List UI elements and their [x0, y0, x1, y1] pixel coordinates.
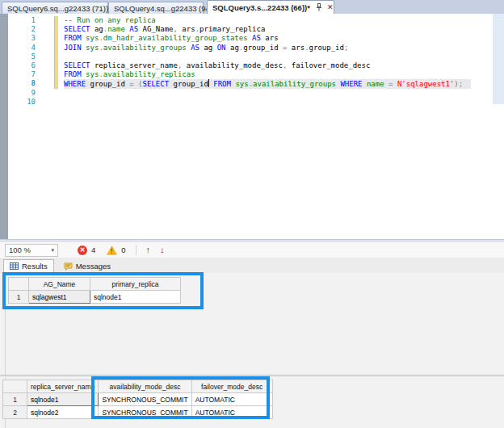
- line-number[interactable]: 3: [0, 34, 36, 43]
- code-area[interactable]: 1-- Run on any replica2SELECT ag.name AS…: [0, 16, 493, 107]
- grid-cell[interactable]: SYNCHRONOUS_COMMIT: [99, 406, 191, 419]
- change-tracking-bar: [54, 89, 57, 98]
- code-line-2[interactable]: 2SELECT ag.name AS AG_Name, ars.primary_…: [0, 25, 493, 34]
- tab-sqlquery3-active[interactable]: SQLQuery3.s...22433 (66))* ✕: [207, 0, 334, 14]
- code-text[interactable]: FROM sys.availability_replicas: [64, 70, 195, 79]
- tab-sqlquery6[interactable]: SQLQuery6.sq...g22433 (71))*: [2, 2, 108, 14]
- results-grid-icon: [10, 262, 19, 270]
- pin-icon[interactable]: [316, 3, 322, 11]
- line-number[interactable]: 6: [0, 61, 36, 70]
- grid-cell[interactable]: AUTOMATIC: [191, 406, 272, 419]
- tab-sqlquery4[interactable]: SQLQuery4.sq...g22433 (94))*: [108, 2, 204, 14]
- results-grid-1: AG_Nameprimary_replica1sqlagwest1sqlnode…: [8, 277, 181, 304]
- tab-label: SQLQuery6.sq...g22433 (71))*: [7, 4, 111, 13]
- code-line-7[interactable]: 7FROM sys.availability_replicas: [0, 70, 493, 79]
- code-text[interactable]: WHERE group_id = (SELECT group_id FROM s…: [64, 79, 471, 88]
- query-status-bar: 100 % ▾ ✕ 4 0 ↑ ↓: [0, 242, 504, 258]
- code-text[interactable]: SELECT replica_server_name, availability…: [64, 61, 370, 70]
- grid-cell[interactable]: AUTOMATIC: [191, 393, 272, 406]
- grid-column-header[interactable]: AG_Name: [29, 278, 90, 291]
- zoom-level-value: 100 %: [9, 245, 31, 254]
- navigate-down-icon[interactable]: ↓: [160, 245, 165, 254]
- document-tab-bar: SQLQuery6.sq...g22433 (71))* SQLQuery4.s…: [0, 0, 504, 15]
- grid-row-header[interactable]: 1: [9, 291, 29, 304]
- change-tracking-bar: [54, 34, 58, 43]
- grid-column-header[interactable]: failover_mode_desc: [191, 380, 272, 393]
- line-number[interactable]: 5: [0, 52, 36, 61]
- code-line-3[interactable]: 3FROM sys.dm_hadr_availability_group_sta…: [0, 34, 493, 43]
- change-tracking-bar: [54, 25, 58, 34]
- line-number[interactable]: 1: [0, 16, 36, 25]
- code-line-8[interactable]: 8WHERE group_id = (SELECT group_id FROM …: [0, 79, 493, 88]
- code-text[interactable]: JOIN sys.availability_groups AS ag ON ag…: [64, 44, 348, 52]
- change-tracking-bar: [54, 61, 58, 70]
- line-number[interactable]: 7: [0, 70, 36, 79]
- tab-label: SQLQuery4.sq...g22433 (94))*: [114, 4, 218, 13]
- tab-messages-label: Messages: [76, 262, 111, 271]
- tab-messages[interactable]: Messages: [57, 259, 117, 273]
- grid-column-header[interactable]: replica_server_name: [27, 380, 99, 393]
- results-divider[interactable]: [0, 375, 504, 377]
- grid-cell[interactable]: sqlnode1: [90, 291, 181, 304]
- line-number[interactable]: 9: [0, 89, 36, 98]
- code-line-1[interactable]: 1-- Run on any replica: [0, 16, 493, 25]
- results-tab-strip: Results Messages: [0, 258, 504, 273]
- change-tracking-bar: [54, 98, 57, 107]
- grid-column-header[interactable]: primary_replica: [90, 278, 181, 291]
- grid-cell[interactable]: sqlnode2: [27, 406, 99, 419]
- code-line-9[interactable]: 9: [0, 89, 493, 98]
- results-grid-2: replica_server_nameavailability_mode_des…: [2, 380, 273, 419]
- grid-cell[interactable]: sqlnode1: [27, 393, 99, 406]
- tab-results-label: Results: [22, 262, 48, 271]
- error-count: 4: [91, 245, 95, 254]
- zoom-level-select[interactable]: 100 % ▾: [5, 244, 58, 257]
- change-tracking-bar: [54, 44, 58, 52]
- grid-header-row: AG_Nameprimary_replica: [9, 278, 181, 291]
- grid-row: 1sqlnode1SYNCHRONOUS_COMMITAUTOMATIC: [3, 393, 273, 406]
- separator: [136, 245, 136, 255]
- warning-icon[interactable]: [107, 245, 117, 255]
- line-number[interactable]: 4: [0, 44, 36, 52]
- change-tracking-bar: [54, 16, 58, 25]
- editor-scrollbar[interactable]: [493, 14, 504, 104]
- code-line-10[interactable]: 10: [0, 98, 493, 107]
- code-text[interactable]: FROM sys.dm_hadr_availability_group_stat…: [64, 34, 279, 43]
- error-icon[interactable]: ✕: [78, 245, 87, 255]
- code-line-6[interactable]: 6SELECT replica_server_name, availabilit…: [0, 61, 493, 70]
- grid-header-row: replica_server_nameavailability_mode_des…: [3, 380, 273, 393]
- line-number[interactable]: 10: [0, 98, 36, 107]
- grid-row: 1sqlagwest1sqlnode1: [9, 291, 181, 304]
- tab-label: SQLQuery3.s...22433 (66))*: [212, 3, 310, 12]
- navigate-up-icon[interactable]: ↑: [146, 245, 151, 254]
- line-number[interactable]: 8: [0, 79, 36, 88]
- code-line-4[interactable]: 4JOIN sys.availability_groups AS ag ON a…: [0, 44, 493, 52]
- code-text[interactable]: -- Run on any replica: [64, 16, 156, 25]
- grid-corner[interactable]: [9, 278, 29, 291]
- grid-row-header[interactable]: 2: [3, 406, 27, 419]
- grid-row: 2sqlnode2SYNCHRONOUS_COMMITAUTOMATIC: [3, 406, 273, 419]
- change-tracking-bar: [54, 79, 58, 88]
- results-pane: AG_Nameprimary_replica1sqlagwest1sqlnode…: [0, 273, 504, 428]
- close-icon[interactable]: ✕: [327, 3, 334, 11]
- code-line-5[interactable]: 5: [0, 52, 493, 61]
- code-text[interactable]: SELECT ag.name AS AG_Name, ars.primary_r…: [64, 25, 265, 34]
- change-tracking-bar: [54, 52, 58, 61]
- change-tracking-bar: [54, 70, 58, 79]
- chevron-down-icon: ▾: [51, 247, 54, 254]
- grid-column-header[interactable]: availability_mode_desc: [99, 380, 191, 393]
- tab-results[interactable]: Results: [3, 259, 54, 273]
- messages-icon: [64, 262, 73, 271]
- grid-cell[interactable]: SYNCHRONOUS_COMMIT: [99, 393, 191, 406]
- grid-row-header[interactable]: 1: [3, 393, 27, 406]
- grid-cell[interactable]: sqlagwest1: [29, 291, 90, 304]
- ssms-window: SQLQuery6.sq...g22433 (71))* SQLQuery4.s…: [0, 0, 504, 428]
- grid-corner[interactable]: [3, 380, 27, 393]
- line-number[interactable]: 2: [0, 25, 36, 34]
- code-editor[interactable]: 1-- Run on any replica2SELECT ag.name AS…: [0, 14, 504, 239]
- warning-count: 0: [121, 245, 125, 254]
